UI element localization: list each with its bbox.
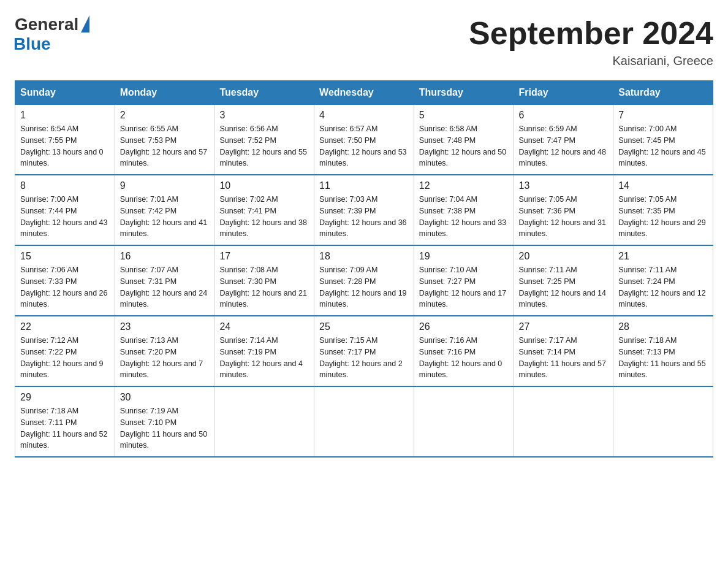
day-info: Sunrise: 7:10 AMSunset: 7:27 PMDaylight:… bbox=[419, 264, 509, 310]
table-row bbox=[214, 386, 314, 457]
day-info: Sunrise: 7:09 AMSunset: 7:28 PMDaylight:… bbox=[319, 264, 409, 310]
calendar-table: Sunday Monday Tuesday Wednesday Thursday… bbox=[15, 80, 713, 458]
week-row-3: 15 Sunrise: 7:06 AMSunset: 7:33 PMDaylig… bbox=[15, 245, 713, 316]
day-info: Sunrise: 6:57 AMSunset: 7:50 PMDaylight:… bbox=[319, 123, 409, 169]
day-info: Sunrise: 7:05 AMSunset: 7:35 PMDaylight:… bbox=[618, 194, 708, 240]
week-row-4: 22 Sunrise: 7:12 AMSunset: 7:22 PMDaylig… bbox=[15, 316, 713, 386]
day-info: Sunrise: 7:06 AMSunset: 7:33 PMDaylight:… bbox=[20, 264, 110, 310]
table-row: 22 Sunrise: 7:12 AMSunset: 7:22 PMDaylig… bbox=[15, 316, 115, 386]
col-saturday: Saturday bbox=[613, 81, 713, 105]
day-number: 23 bbox=[120, 321, 210, 332]
day-number: 6 bbox=[519, 110, 609, 121]
table-row: 12 Sunrise: 7:04 AMSunset: 7:38 PMDaylig… bbox=[414, 175, 514, 245]
col-friday: Friday bbox=[514, 81, 613, 105]
table-row: 30 Sunrise: 7:19 AMSunset: 7:10 PMDaylig… bbox=[115, 386, 214, 457]
day-number: 26 bbox=[419, 321, 509, 332]
day-number: 8 bbox=[20, 180, 110, 191]
day-info: Sunrise: 7:18 AMSunset: 7:11 PMDaylight:… bbox=[20, 405, 110, 451]
table-row: 20 Sunrise: 7:11 AMSunset: 7:25 PMDaylig… bbox=[514, 245, 613, 316]
day-info: Sunrise: 7:16 AMSunset: 7:16 PMDaylight:… bbox=[419, 335, 509, 381]
day-number: 22 bbox=[20, 321, 110, 332]
day-number: 10 bbox=[219, 180, 309, 191]
day-number: 4 bbox=[319, 110, 409, 121]
day-info: Sunrise: 7:00 AMSunset: 7:44 PMDaylight:… bbox=[20, 194, 110, 240]
week-row-1: 1 Sunrise: 6:54 AMSunset: 7:55 PMDayligh… bbox=[15, 105, 713, 175]
day-number: 25 bbox=[319, 321, 409, 332]
table-row: 26 Sunrise: 7:16 AMSunset: 7:16 PMDaylig… bbox=[414, 316, 514, 386]
day-info: Sunrise: 7:08 AMSunset: 7:30 PMDaylight:… bbox=[219, 264, 309, 310]
table-row: 15 Sunrise: 7:06 AMSunset: 7:33 PMDaylig… bbox=[15, 245, 115, 316]
table-row: 13 Sunrise: 7:05 AMSunset: 7:36 PMDaylig… bbox=[514, 175, 613, 245]
day-number: 15 bbox=[20, 251, 110, 262]
day-info: Sunrise: 7:12 AMSunset: 7:22 PMDaylight:… bbox=[20, 335, 110, 381]
day-number: 29 bbox=[20, 392, 110, 403]
table-row: 5 Sunrise: 6:58 AMSunset: 7:48 PMDayligh… bbox=[414, 105, 514, 175]
day-number: 24 bbox=[219, 321, 309, 332]
day-number: 19 bbox=[419, 251, 509, 262]
table-row: 1 Sunrise: 6:54 AMSunset: 7:55 PMDayligh… bbox=[15, 105, 115, 175]
table-row: 7 Sunrise: 7:00 AMSunset: 7:45 PMDayligh… bbox=[613, 105, 713, 175]
logo-general-text: General bbox=[15, 15, 78, 34]
table-row: 10 Sunrise: 7:02 AMSunset: 7:41 PMDaylig… bbox=[214, 175, 314, 245]
table-row: 4 Sunrise: 6:57 AMSunset: 7:50 PMDayligh… bbox=[314, 105, 414, 175]
table-row: 3 Sunrise: 6:56 AMSunset: 7:52 PMDayligh… bbox=[214, 105, 314, 175]
day-number: 20 bbox=[519, 251, 609, 262]
day-info: Sunrise: 7:11 AMSunset: 7:24 PMDaylight:… bbox=[618, 264, 708, 310]
day-info: Sunrise: 7:18 AMSunset: 7:13 PMDaylight:… bbox=[618, 335, 708, 381]
logo-triangle-icon bbox=[81, 15, 89, 33]
table-row bbox=[514, 386, 613, 457]
day-info: Sunrise: 7:15 AMSunset: 7:17 PMDaylight:… bbox=[319, 335, 409, 381]
table-row bbox=[414, 386, 514, 457]
day-number: 7 bbox=[618, 110, 708, 121]
day-info: Sunrise: 6:54 AMSunset: 7:55 PMDaylight:… bbox=[20, 123, 110, 169]
day-number: 16 bbox=[120, 251, 210, 262]
day-number: 28 bbox=[618, 321, 708, 332]
table-row bbox=[314, 386, 414, 457]
table-row: 25 Sunrise: 7:15 AMSunset: 7:17 PMDaylig… bbox=[314, 316, 414, 386]
day-number: 12 bbox=[419, 180, 509, 191]
day-number: 9 bbox=[120, 180, 210, 191]
col-wednesday: Wednesday bbox=[314, 81, 414, 105]
day-number: 17 bbox=[219, 251, 309, 262]
day-number: 18 bbox=[319, 251, 409, 262]
table-row: 21 Sunrise: 7:11 AMSunset: 7:24 PMDaylig… bbox=[613, 245, 713, 316]
col-thursday: Thursday bbox=[414, 81, 514, 105]
logo: General Blue bbox=[15, 15, 89, 54]
day-number: 11 bbox=[319, 180, 409, 191]
day-info: Sunrise: 7:04 AMSunset: 7:38 PMDaylight:… bbox=[419, 194, 509, 240]
month-title: September 2024 bbox=[469, 15, 713, 52]
day-info: Sunrise: 6:56 AMSunset: 7:52 PMDaylight:… bbox=[219, 123, 309, 169]
day-number: 27 bbox=[519, 321, 609, 332]
day-info: Sunrise: 7:05 AMSunset: 7:36 PMDaylight:… bbox=[519, 194, 609, 240]
title-area: September 2024 Kaisariani, Greece bbox=[469, 15, 713, 68]
day-number: 30 bbox=[120, 392, 210, 403]
page-header: General Blue September 2024 Kaisariani, … bbox=[15, 15, 713, 68]
day-info: Sunrise: 7:01 AMSunset: 7:42 PMDaylight:… bbox=[120, 194, 210, 240]
week-row-2: 8 Sunrise: 7:00 AMSunset: 7:44 PMDayligh… bbox=[15, 175, 713, 245]
day-info: Sunrise: 7:14 AMSunset: 7:19 PMDaylight:… bbox=[219, 335, 309, 381]
day-info: Sunrise: 7:02 AMSunset: 7:41 PMDaylight:… bbox=[219, 194, 309, 240]
location-label: Kaisariani, Greece bbox=[469, 54, 713, 68]
header-row: Sunday Monday Tuesday Wednesday Thursday… bbox=[15, 81, 713, 105]
table-row: 24 Sunrise: 7:14 AMSunset: 7:19 PMDaylig… bbox=[214, 316, 314, 386]
day-number: 21 bbox=[618, 251, 708, 262]
table-row: 19 Sunrise: 7:10 AMSunset: 7:27 PMDaylig… bbox=[414, 245, 514, 316]
table-row: 9 Sunrise: 7:01 AMSunset: 7:42 PMDayligh… bbox=[115, 175, 214, 245]
day-info: Sunrise: 7:03 AMSunset: 7:39 PMDaylight:… bbox=[319, 194, 409, 240]
logo-blue-text: Blue bbox=[13, 34, 51, 54]
table-row: 28 Sunrise: 7:18 AMSunset: 7:13 PMDaylig… bbox=[613, 316, 713, 386]
table-row: 17 Sunrise: 7:08 AMSunset: 7:30 PMDaylig… bbox=[214, 245, 314, 316]
day-info: Sunrise: 7:00 AMSunset: 7:45 PMDaylight:… bbox=[618, 123, 708, 169]
day-info: Sunrise: 7:07 AMSunset: 7:31 PMDaylight:… bbox=[120, 264, 210, 310]
day-info: Sunrise: 7:17 AMSunset: 7:14 PMDaylight:… bbox=[519, 335, 609, 381]
table-row bbox=[613, 386, 713, 457]
day-info: Sunrise: 7:13 AMSunset: 7:20 PMDaylight:… bbox=[120, 335, 210, 381]
table-row: 29 Sunrise: 7:18 AMSunset: 7:11 PMDaylig… bbox=[15, 386, 115, 457]
table-row: 2 Sunrise: 6:55 AMSunset: 7:53 PMDayligh… bbox=[115, 105, 214, 175]
day-number: 3 bbox=[219, 110, 309, 121]
table-row: 23 Sunrise: 7:13 AMSunset: 7:20 PMDaylig… bbox=[115, 316, 214, 386]
table-row: 18 Sunrise: 7:09 AMSunset: 7:28 PMDaylig… bbox=[314, 245, 414, 316]
day-number: 2 bbox=[120, 110, 210, 121]
table-row: 27 Sunrise: 7:17 AMSunset: 7:14 PMDaylig… bbox=[514, 316, 613, 386]
week-row-5: 29 Sunrise: 7:18 AMSunset: 7:11 PMDaylig… bbox=[15, 386, 713, 457]
